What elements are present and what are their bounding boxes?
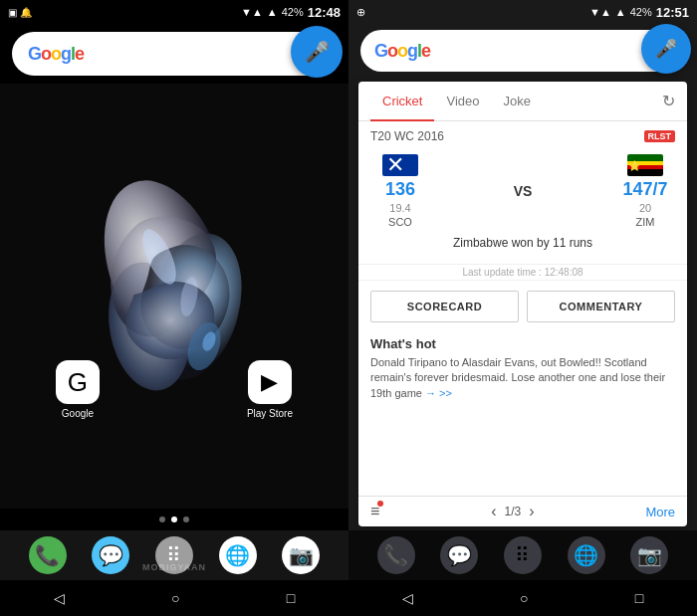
prev-button[interactable]: ‹ [491, 503, 496, 520]
team2-name: ZIM [636, 216, 655, 228]
signal-icon-right: ▼▲ [589, 6, 611, 18]
right-panel: ⊕ ▼▲ ▲ 42% 12:51 Google 🎤 Cricket Video [348, 0, 697, 616]
update-time: Last update time : 12:48:08 [358, 264, 687, 281]
sms-icon-left[interactable]: 💬 [92, 536, 129, 574]
mic-icon-left: 🎤 [305, 40, 330, 64]
wifi-icon: ▲ [267, 6, 278, 18]
recent-button-right[interactable]: □ [635, 590, 643, 606]
status-bar-right: ⊕ ▼▲ ▲ 42% 12:51 [348, 0, 697, 24]
scorecard-button[interactable]: SCORECARD [370, 291, 519, 322]
nav-bar-right: ◁ ○ □ [348, 580, 697, 616]
tab-joke[interactable]: Joke [491, 82, 542, 121]
left-status-icons: ▣ 🔔 [8, 7, 32, 18]
tab-video[interactable]: Video [434, 82, 491, 121]
sms-icon-right[interactable]: 💬 [440, 536, 478, 574]
notification-dot [377, 501, 383, 507]
camera-icon-right[interactable]: 📷 [630, 536, 668, 574]
dot-3 [183, 516, 189, 522]
match-label-row: T20 WC 2016 RLST [370, 129, 675, 143]
google-app[interactable]: G Google [56, 360, 100, 419]
widget-footer: ≡ ‹ 1/3 › More [358, 496, 687, 526]
page-dots [0, 509, 348, 530]
wifi-icon-right: ▲ [615, 6, 626, 18]
watermark: MOBIGYAAN [142, 562, 206, 572]
rlst-badge: RLST [644, 130, 676, 142]
left-panel: ▣ 🔔 ▼▲ ▲ 42% 12:48 Google 🎤 [0, 0, 348, 616]
google-app-label: Google [62, 408, 94, 419]
match-label: T20 WC 2016 [370, 129, 444, 143]
nav-bar-left: ◁ ○ □ [0, 580, 348, 616]
team2-overs: 20 [639, 202, 651, 214]
play-store-app[interactable]: ▶ Play Store [247, 360, 293, 419]
team1-flag [382, 153, 418, 177]
play-store-icon: ▶ [248, 360, 292, 404]
widget-card: Cricket Video Joke ↻ T20 WC 2016 RLST [358, 82, 687, 526]
mic-icon-right: 🎤 [655, 38, 677, 60]
mic-button-left[interactable]: 🎤 [291, 26, 343, 78]
footer-nav: ‹ 1/3 › [491, 503, 534, 520]
phone-icon-right[interactable]: 📞 [377, 536, 415, 574]
apps-icon-right[interactable]: ⠿ [504, 536, 542, 574]
dot-1 [159, 516, 165, 522]
footer-menu-button[interactable]: ≡ [370, 503, 379, 520]
search-icon-right: ⊕ [356, 6, 365, 19]
next-button[interactable]: › [529, 503, 534, 520]
action-buttons: SCORECARD COMMENTARY [358, 283, 687, 330]
match-scores: 136 19.4 SCO VS ⭐ 147/7 20 ZIM [370, 149, 675, 232]
dock-left: 📞 💬 ⠿ 🌐 📷 [0, 530, 348, 580]
hot-more-link[interactable]: → >> [425, 387, 452, 399]
match-section: T20 WC 2016 RLST 136 19.4 SCO VS [358, 121, 687, 262]
team1-score: 136 [385, 179, 415, 200]
home-button-right[interactable]: ○ [520, 590, 528, 606]
camera-icon-left[interactable]: 📷 [282, 536, 320, 574]
widget-tabs: Cricket Video Joke ↻ [358, 82, 687, 121]
back-button-right[interactable]: ◁ [402, 590, 413, 606]
status-bar-left: ▣ 🔔 ▼▲ ▲ 42% 12:48 [0, 0, 348, 24]
vs-text: VS [514, 183, 533, 199]
google-logo-left: Google [28, 44, 84, 65]
team1-name: SCO [388, 216, 412, 228]
team2-score: 147/7 [622, 179, 667, 200]
team1-overs: 19.4 [389, 202, 410, 214]
tab-cricket[interactable]: Cricket [370, 82, 434, 121]
phone-icon-left[interactable]: 📞 [29, 536, 67, 574]
battery-right: 42% [630, 6, 652, 18]
chrome-icon-right[interactable]: 🌐 [568, 536, 605, 574]
dock-right: 📞 💬 ⠿ 🌐 📷 [348, 530, 697, 580]
wallpaper-area: G Google ▶ Play Store [0, 84, 348, 509]
home-button-left[interactable]: ○ [171, 590, 179, 606]
team1-block: 136 19.4 SCO [370, 153, 430, 228]
page-indicator: 1/3 [505, 505, 522, 518]
team2-block: ⭐ 147/7 20 ZIM [615, 153, 675, 228]
play-store-label: Play Store [247, 408, 293, 419]
time-right: 12:51 [656, 5, 689, 20]
commentary-button[interactable]: COMMENTARY [527, 291, 675, 322]
chrome-icon-left[interactable]: 🌐 [219, 536, 257, 574]
more-button[interactable]: More [645, 505, 675, 519]
recent-button-left[interactable]: □ [287, 590, 295, 606]
team2-flag: ⭐ [627, 153, 663, 177]
google-app-icon: G [56, 360, 100, 404]
signal-icon: ▼▲ [241, 6, 263, 18]
whats-hot-section: What's hot Donald Tiripano to Alasdair E… [358, 330, 687, 405]
dot-2 [171, 516, 177, 522]
mic-button-right[interactable]: 🎤 [641, 24, 691, 74]
match-result: Zimbabwe won by 11 runs [370, 232, 675, 254]
refresh-button[interactable]: ↻ [662, 92, 675, 110]
notification-icon: ▣ [8, 7, 17, 18]
battery-text: 42% [282, 6, 304, 18]
google-logo-right: Google [374, 41, 430, 62]
alarm-icon: 🔔 [20, 7, 32, 18]
google-search-bar-left[interactable]: Google 🎤 [12, 32, 337, 76]
time-left: 12:48 [308, 5, 341, 20]
whats-hot-title: What's hot [370, 336, 675, 351]
back-button-left[interactable]: ◁ [54, 590, 65, 606]
google-search-bar-right[interactable]: Google 🎤 [360, 30, 685, 72]
whats-hot-text: Donald Tiripano to Alasdair Evans, out B… [370, 355, 675, 401]
